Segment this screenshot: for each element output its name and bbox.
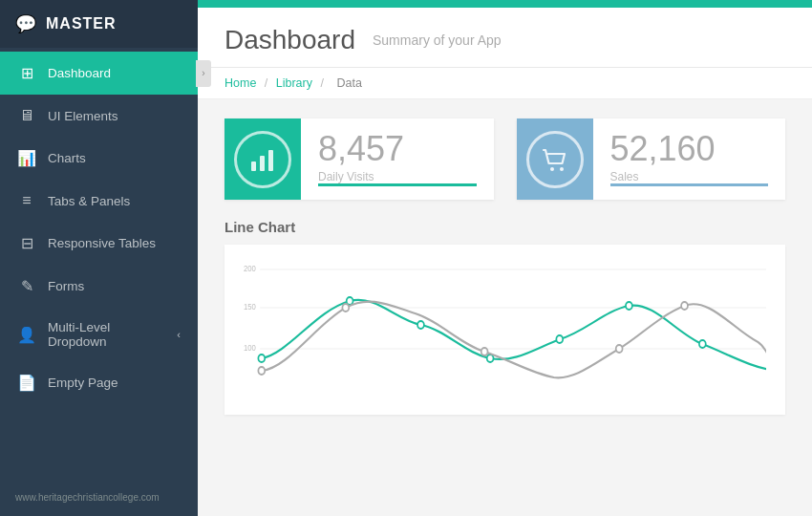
line-chart-svg: 200 150 100 — [244, 260, 766, 403]
svg-point-21 — [616, 345, 623, 353]
sidebar-item-label: Multi-Level Dropdown — [48, 320, 165, 349]
svg-point-11 — [258, 355, 265, 362]
svg-point-14 — [487, 355, 494, 362]
sidebar-item-charts[interactable]: 📊 Charts — [0, 137, 198, 180]
sidebar-item-responsive-tables[interactable]: ⊟ Responsive Tables — [0, 222, 198, 265]
stat-icon-blue — [517, 118, 593, 200]
svg-point-18 — [258, 367, 265, 375]
breadcrumb-library[interactable]: Library — [276, 76, 312, 90]
sidebar-item-ui-elements[interactable]: 🖥 UI Elements — [0, 95, 198, 137]
sidebar-item-label: Forms — [48, 279, 181, 293]
tables-icon: ⊟ — [17, 234, 36, 252]
sidebar-item-dashboard[interactable]: ⊞ Dashboard › — [0, 52, 198, 95]
sidebar-item-label: Empty Page — [48, 376, 181, 390]
svg-text:150: 150 — [244, 301, 256, 312]
svg-rect-2 — [268, 150, 273, 171]
page-subtitle: Summary of your App — [367, 32, 502, 48]
svg-point-15 — [556, 335, 563, 343]
chart-section: Line Chart 200 150 100 — [198, 209, 812, 516]
svg-point-19 — [342, 304, 349, 312]
breadcrumb-current: Data — [336, 76, 361, 90]
charts-icon: 📊 — [17, 149, 36, 167]
svg-point-3 — [550, 167, 554, 171]
dashboard-icon: ⊞ — [17, 64, 36, 82]
multi-level-icon: 👤 — [17, 326, 36, 344]
sidebar: 💬 MASTER ⊞ Dashboard › 🖥 UI Elements 📊 C… — [0, 0, 198, 516]
stat-card-daily-visits: 8,457 Daily Visits — [224, 118, 494, 200]
stats-row: 8,457 Daily Visits — [198, 99, 812, 209]
stat-info-sales: 52,160 Sales — [593, 118, 786, 200]
svg-point-22 — [681, 302, 688, 310]
sidebar-toggle[interactable]: › — [196, 60, 211, 87]
sidebar-item-forms[interactable]: ✎ Forms — [0, 265, 198, 308]
svg-text:100: 100 — [244, 342, 256, 353]
dropdown-arrow: ‹ — [177, 329, 181, 340]
svg-text:200: 200 — [244, 263, 256, 273]
sidebar-footer: www.heritagechristiancollege.com — [0, 476, 198, 516]
svg-point-13 — [417, 321, 424, 329]
sidebar-item-label: Dashboard — [48, 66, 181, 80]
sidebar-item-label: Tabs & Panels — [48, 194, 181, 208]
empty-page-icon: 📄 — [17, 374, 36, 392]
sidebar-item-label: UI Elements — [48, 109, 181, 123]
sidebar-item-multi-level[interactable]: 👤 Multi-Level Dropdown ‹ — [0, 308, 198, 361]
daily-visits-bar — [318, 183, 477, 186]
sidebar-item-label: Charts — [48, 151, 181, 165]
sidebar-item-empty-page[interactable]: 📄 Empty Page — [0, 361, 198, 404]
chart-title: Line Chart — [224, 219, 785, 235]
forms-icon: ✎ — [17, 277, 36, 295]
chart-container: 200 150 100 — [224, 245, 785, 415]
top-bar — [198, 0, 812, 8]
app-name: MASTER — [46, 15, 117, 32]
svg-point-17 — [699, 340, 706, 348]
svg-point-20 — [481, 348, 488, 355]
sales-value: 52,160 — [610, 132, 769, 166]
sales-label: Sales — [610, 170, 769, 183]
sidebar-item-tabs-panels[interactable]: ≡ Tabs & Panels — [0, 180, 198, 222]
logo-icon: 💬 — [15, 13, 36, 34]
breadcrumb: Home / Library / Data — [198, 68, 812, 99]
breadcrumb-sep2: / — [320, 76, 327, 90]
page-title: Dashboard — [224, 25, 355, 55]
main-content: Dashboard Summary of your App Home / Lib… — [198, 0, 812, 516]
daily-visits-icon — [234, 131, 291, 188]
sales-icon — [526, 131, 584, 188]
sidebar-nav: ⊞ Dashboard › 🖥 UI Elements 📊 Charts ≡ T… — [0, 48, 198, 476]
svg-rect-1 — [260, 156, 265, 171]
svg-point-4 — [560, 167, 564, 171]
sidebar-logo: 💬 MASTER — [0, 0, 198, 48]
breadcrumb-home[interactable]: Home — [224, 76, 256, 90]
ui-elements-icon: 🖥 — [17, 107, 36, 124]
stat-card-sales: 52,160 Sales — [517, 118, 786, 200]
daily-visits-label: Daily Visits — [318, 170, 477, 183]
tabs-icon: ≡ — [17, 192, 36, 209]
svg-rect-0 — [251, 161, 256, 171]
content-header: Dashboard Summary of your App — [198, 8, 812, 68]
svg-point-16 — [626, 302, 632, 310]
stat-info-daily-visits: 8,457 Daily Visits — [301, 118, 494, 200]
breadcrumb-sep: / — [265, 76, 271, 90]
sidebar-item-label: Responsive Tables — [48, 236, 181, 250]
footer-text: www.heritagechristiancollege.com — [15, 492, 160, 503]
daily-visits-value: 8,457 — [318, 132, 477, 166]
stat-icon-teal — [224, 118, 301, 200]
sales-bar — [610, 183, 769, 186]
